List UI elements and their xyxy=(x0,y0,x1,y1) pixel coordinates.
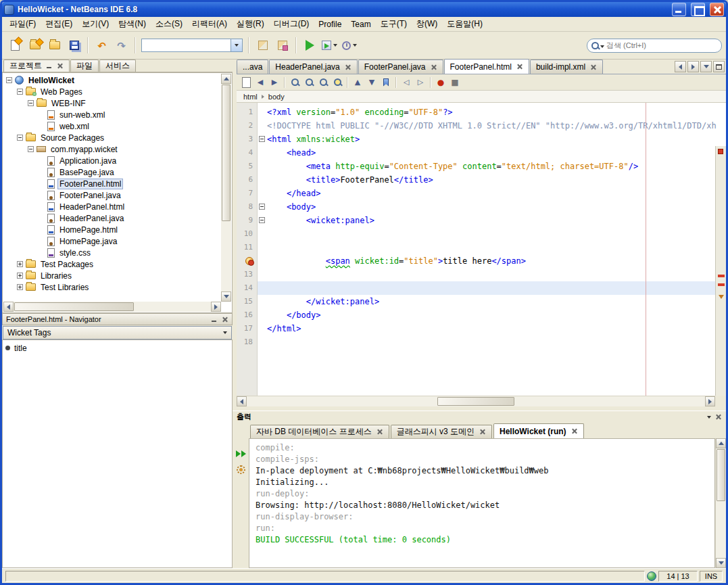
chevron-down-icon[interactable] xyxy=(707,416,711,419)
quick-search[interactable] xyxy=(587,39,722,53)
code-line-12[interactable]: <span wicket:id="title">title here</span… xyxy=(237,254,726,268)
stop-macro-recording-button[interactable]: ■ xyxy=(448,76,462,89)
navigator-item-title[interactable]: title xyxy=(5,342,229,354)
minimize-window-icon[interactable] xyxy=(210,316,218,323)
close-window-icon[interactable] xyxy=(56,62,64,70)
minimize-button[interactable] xyxy=(672,3,686,16)
output-console[interactable]: compile:compile-jsps:In-place deployment… xyxy=(249,438,715,568)
editor-tab-...ava[interactable]: ...ava xyxy=(237,60,268,74)
tree-item-homepage.html[interactable]: HomePage.html xyxy=(3,224,221,235)
tree-item-com.myapp.wicket[interactable]: com.myapp.wicket xyxy=(3,143,221,155)
new-project-button[interactable] xyxy=(26,37,44,55)
tree-item-headerpanel.html[interactable]: HeaderPanel.html xyxy=(3,201,221,212)
scroll-down-icon[interactable] xyxy=(716,558,726,568)
redo-button[interactable]: ↷ xyxy=(112,37,130,55)
menu-item-3[interactable]: 보기(V) xyxy=(77,17,114,31)
scroll-down-icon[interactable] xyxy=(221,291,231,302)
build-project-button[interactable] xyxy=(253,37,272,55)
explorer-tab-item[interactable]: 파일 xyxy=(70,60,99,72)
scroll-left-icon[interactable] xyxy=(3,302,14,312)
scroll-right-icon[interactable] xyxy=(211,302,221,312)
tree-toggle-minus-icon[interactable] xyxy=(28,100,34,106)
menu-item-2[interactable]: 편집(E) xyxy=(41,17,77,31)
scroll-thumb[interactable] xyxy=(222,85,230,221)
explorer-tab-item[interactable]: 프로젝트 xyxy=(3,60,70,72)
error-mark[interactable] xyxy=(718,283,725,286)
warning-arrow-icon[interactable] xyxy=(719,295,724,299)
breadcrumb-item-body[interactable]: body xyxy=(266,93,287,101)
debug-project-button[interactable] xyxy=(320,37,339,55)
tree-item-web.xml[interactable]: web.xml xyxy=(3,120,221,132)
close-tab-icon[interactable] xyxy=(376,428,383,436)
breadcrumb-item-html[interactable]: html xyxy=(241,93,260,101)
menu-item-1[interactable]: 파일(F) xyxy=(5,17,41,31)
code-line-13[interactable]: 13 xyxy=(237,268,726,281)
clean-build-project-button[interactable] xyxy=(273,37,291,55)
find-previous-button[interactable] xyxy=(316,76,330,89)
editor-tab-headerpanel.java[interactable]: HeaderPanel.java xyxy=(269,60,357,74)
title-bar[interactable]: HelloWicket - NetBeans IDE 6.8 xyxy=(2,2,726,17)
previous-bookmark-button[interactable]: ▲ xyxy=(351,76,364,89)
close-tab-icon[interactable] xyxy=(430,64,437,71)
editor-tab-build-impl.xml[interactable]: build-impl.xml xyxy=(530,60,603,74)
toggle-bookmark-button[interactable] xyxy=(379,76,393,89)
tree-item-web-inf[interactable]: WEB-INF xyxy=(3,97,221,109)
scroll-thumb[interactable] xyxy=(14,302,134,311)
menu-item-13[interactable]: 도움말(H) xyxy=(442,17,487,31)
main-project-configuration-combo[interactable] xyxy=(141,39,243,52)
tree-toggle-minus-icon[interactable] xyxy=(17,135,23,141)
output-tab-hellowicket-run[interactable]: HelloWicket (run) xyxy=(493,423,584,438)
menu-item-12[interactable]: 창(W) xyxy=(412,17,442,31)
explorer-tab-item[interactable]: 서비스 xyxy=(99,60,136,72)
menu-item-8[interactable]: 디버그(D) xyxy=(269,17,314,31)
tree-toggle-plus-icon[interactable] xyxy=(17,261,23,267)
fold-collapse-icon[interactable] xyxy=(259,204,265,210)
new-file-button[interactable] xyxy=(6,37,24,55)
maximize-button[interactable] xyxy=(691,3,705,16)
undo-button[interactable]: ↶ xyxy=(93,37,111,55)
code-line-3[interactable]: 3<html xmlns:wicket> xyxy=(237,133,726,146)
scroll-tabs-left-button[interactable] xyxy=(675,61,686,72)
tree-toggle-minus-icon[interactable] xyxy=(28,146,34,152)
code-line-18[interactable]: 18 xyxy=(237,335,726,349)
code-line-6[interactable]: 6 <title>FooterPanel</title> xyxy=(237,173,726,187)
fold-collapse-icon[interactable] xyxy=(259,217,265,223)
tree-item-application.java[interactable]: Application.java xyxy=(3,155,221,166)
fold-collapse-icon[interactable] xyxy=(259,136,265,142)
tree-item-style.css[interactable]: style.css xyxy=(3,247,221,258)
error-status-icon[interactable] xyxy=(718,149,723,154)
code-editor[interactable]: 1<?xml version="1.0" encoding="UTF-8"?>2… xyxy=(237,103,726,396)
chevron-down-icon[interactable] xyxy=(353,44,357,47)
forward-button[interactable]: ▶ xyxy=(268,76,281,89)
code-line-2[interactable]: 2<!DOCTYPE html PUBLIC "-//W3C//DTD XHTM… xyxy=(237,119,726,133)
scroll-left-icon[interactable] xyxy=(237,396,247,406)
next-bookmark-button[interactable]: ▼ xyxy=(365,76,379,89)
find-selection-button[interactable] xyxy=(288,76,301,89)
maximize-editor-button[interactable] xyxy=(713,61,725,72)
error-badge-icon[interactable] xyxy=(245,257,253,265)
shift-line-left-button[interactable]: ◁ xyxy=(399,76,413,89)
close-window-icon[interactable] xyxy=(714,413,722,421)
save-all-button[interactable] xyxy=(65,37,83,55)
code-line-11[interactable]: 11 xyxy=(237,241,726,254)
code-line-10[interactable]: 10 xyxy=(237,227,726,241)
code-line-4[interactable]: 4 <head> xyxy=(237,146,726,160)
find-next-button[interactable] xyxy=(302,76,316,89)
menu-item-11[interactable]: 도구(T) xyxy=(376,17,412,31)
tree-toggle-plus-icon[interactable] xyxy=(17,284,23,290)
search-input[interactable] xyxy=(605,41,706,50)
ant-settings-button[interactable] xyxy=(235,463,247,476)
code-line-15[interactable]: 15 </wicket:panel> xyxy=(237,295,726,308)
chevron-down-icon[interactable] xyxy=(333,44,337,47)
tree-item-source-packages[interactable]: Source Packages xyxy=(3,132,221,143)
menu-item-9[interactable]: Profile xyxy=(314,18,346,30)
tree-item-footerpanel.html[interactable]: FooterPanel.html xyxy=(3,178,221,189)
code-line-7[interactable]: 7 </head> xyxy=(237,187,726,200)
globe-status-icon[interactable] xyxy=(647,571,656,581)
output-vertical-scrollbar[interactable] xyxy=(715,438,726,568)
code-line-5[interactable]: 5 <meta http-equiv="Content-Type" conten… xyxy=(237,160,726,173)
tree-toggle-minus-icon[interactable] xyxy=(6,77,12,83)
close-button[interactable] xyxy=(710,3,724,16)
last-edited-button[interactable] xyxy=(239,76,253,89)
tree-toggle-minus-icon[interactable] xyxy=(17,89,23,95)
